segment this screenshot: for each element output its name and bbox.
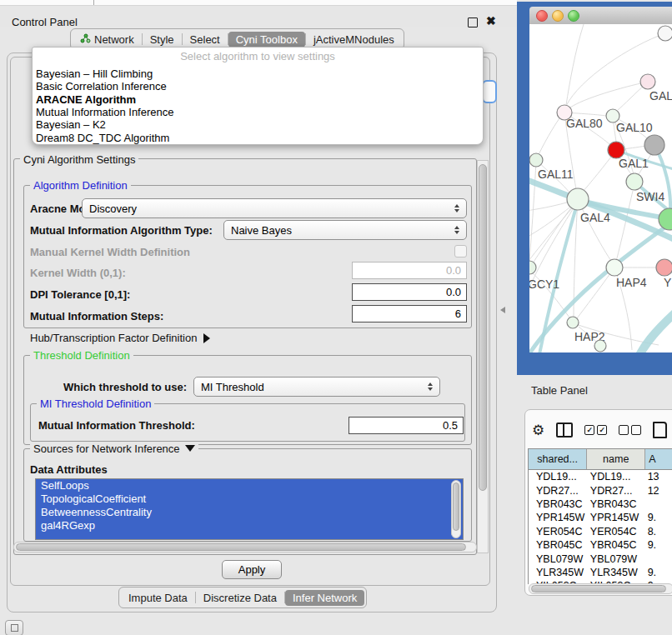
float-panel-icon[interactable] xyxy=(468,18,478,28)
tab-style[interactable]: Style xyxy=(143,32,182,48)
table-cell[interactable]: YLR345W xyxy=(529,566,587,579)
table-row[interactable]: YER054CYER054C8. xyxy=(529,525,672,538)
spinner-icon[interactable] xyxy=(428,382,433,391)
table-cell[interactable]: 13 xyxy=(645,470,672,484)
table-row[interactable]: YLR345WYLR345W9. xyxy=(529,566,672,579)
data-attribute-item[interactable]: SelfLoops xyxy=(36,479,463,492)
select-all-checkboxes-icon[interactable]: ✓✓ xyxy=(584,425,607,435)
network-node-gal[interactable] xyxy=(640,74,655,89)
network-node[interactable] xyxy=(658,26,672,41)
table-row[interactable]: YDR27...YDR27...12 xyxy=(529,483,672,497)
spinner-icon[interactable] xyxy=(454,226,459,234)
network-node-hap2[interactable] xyxy=(567,317,579,328)
table-cell[interactable]: YBR043C xyxy=(587,498,645,511)
window-minimize-button[interactable] xyxy=(552,10,564,22)
mi-steps-input[interactable] xyxy=(352,305,467,322)
table-cell[interactable]: YDL19... xyxy=(529,470,587,484)
network-node-swi4[interactable] xyxy=(626,173,643,190)
which-threshold-select[interactable]: MI Threshold xyxy=(193,377,440,397)
spinner-icon[interactable] xyxy=(454,204,459,212)
network-node[interactable] xyxy=(594,340,606,352)
table-cell[interactable]: YDL19... xyxy=(587,470,645,484)
window-zoom-button[interactable] xyxy=(568,10,579,22)
table-row[interactable]: YBR045CYBR045C9. xyxy=(529,538,672,552)
network-view-canvas[interactable]: GALGAL80GAL10GAL1GAL11SWI4GAL4GCY1HAP4YH… xyxy=(529,24,672,352)
tab-jactivemnodules[interactable]: jActiveMNodules xyxy=(306,32,402,48)
algorithm-option[interactable]: Basic Correlation Inference xyxy=(36,80,167,92)
table-cell[interactable] xyxy=(645,498,672,511)
focused-button-fragment[interactable] xyxy=(482,80,497,103)
file-icon[interactable] xyxy=(653,422,667,438)
table-cell[interactable]: YPR145W xyxy=(587,511,645,524)
dpi-tolerance-input[interactable] xyxy=(352,283,467,301)
table-cell[interactable]: 9. xyxy=(645,538,672,552)
collapse-arrow-icon[interactable] xyxy=(185,445,195,452)
table-cell[interactable]: YER054C xyxy=(529,525,587,538)
splitter-collapse-arrow[interactable] xyxy=(500,307,505,313)
hub-definition-toggle[interactable]: Hub/Transcription Factor Definition xyxy=(30,332,210,344)
table-cell[interactable]: YLR345W xyxy=(587,566,645,579)
sources-title[interactable]: Sources for Network Inference xyxy=(30,442,198,455)
gear-icon[interactable]: ⚙ xyxy=(532,423,544,438)
expand-arrow-icon[interactable] xyxy=(203,333,210,343)
algorithm-option[interactable]: Bayesian – Hill Climbing xyxy=(36,68,153,80)
table-cell[interactable]: 12 xyxy=(645,483,672,497)
table-cell[interactable]: YBL079W xyxy=(587,552,645,565)
table-cell[interactable]: 8. xyxy=(645,525,672,538)
network-node-y[interactable] xyxy=(656,259,672,276)
table-cell[interactable]: YER054C xyxy=(587,525,645,538)
data-attribute-item[interactable]: TopologicalCoefficient xyxy=(36,492,463,506)
apply-button[interactable]: Apply xyxy=(222,560,282,579)
scrollbar-thumb[interactable] xyxy=(479,164,487,491)
network-node[interactable] xyxy=(644,135,664,155)
table-cell[interactable]: YPR145W xyxy=(529,511,587,524)
tab-cyni-toolbox[interactable]: Cyni Toolbox xyxy=(228,32,305,48)
column-header[interactable]: name xyxy=(587,449,645,470)
algorithm-option[interactable]: Bayesian – K2 xyxy=(36,118,106,131)
tab-infer-network[interactable]: Infer Network xyxy=(285,590,364,606)
data-attribute-item[interactable]: BetweennessCentrality xyxy=(36,506,463,519)
data-attribute-item[interactable]: gal4RGexp xyxy=(36,519,463,532)
deselect-all-checkboxes-icon[interactable] xyxy=(619,425,641,435)
kernel-width-input[interactable] xyxy=(352,262,467,279)
network-node-gal11[interactable] xyxy=(529,153,543,167)
table-row[interactable]: YBL079WYBL079W xyxy=(529,552,672,565)
table-cell[interactable]: 9. xyxy=(645,511,672,524)
column-header[interactable]: A xyxy=(645,449,672,470)
table-cell[interactable] xyxy=(645,552,672,565)
network-node[interactable] xyxy=(659,208,672,230)
table-row[interactable]: YDL19...YDL19...13 xyxy=(529,470,672,484)
network-window-titlebar[interactable] xyxy=(529,7,672,25)
table-cell[interactable]: YBR045C xyxy=(587,538,645,552)
network-node-gal4[interactable] xyxy=(567,188,589,210)
column-layout-icon[interactable] xyxy=(556,422,573,438)
settings-vertical-scrollbar[interactable] xyxy=(477,160,489,553)
manual-kernel-width-checkbox[interactable] xyxy=(454,245,467,258)
close-panel-icon[interactable]: ✖ xyxy=(486,14,496,28)
algorithm-option[interactable]: Mutual Information Inference xyxy=(36,106,173,118)
scrollbar-thumb[interactable] xyxy=(16,543,466,551)
aracne-mode-select[interactable]: Discovery xyxy=(82,198,467,218)
table-cell[interactable]: YDR27... xyxy=(587,483,645,497)
network-node-gal1[interactable] xyxy=(608,142,624,158)
scrollbar-thumb[interactable] xyxy=(453,482,459,531)
table-cell[interactable]: 9. xyxy=(645,566,672,579)
table-row[interactable]: YBR043CYBR043C xyxy=(529,498,672,511)
table-cell[interactable]: YBL079W xyxy=(529,552,587,565)
attributes-list-scrollbar[interactable] xyxy=(451,480,461,538)
tab-impute-data[interactable]: Impute Data xyxy=(121,590,195,606)
mi-type-select[interactable]: Naive Bayes xyxy=(223,220,467,240)
tab-discretize-data[interactable]: Discretize Data xyxy=(196,590,284,606)
tab-network[interactable]: Network xyxy=(73,32,142,48)
network-node-gcy1[interactable] xyxy=(529,261,536,274)
tab-select[interactable]: Select xyxy=(183,32,228,48)
table-cell[interactable]: YBR045C xyxy=(529,538,587,552)
network-node-hap4[interactable] xyxy=(606,259,623,276)
column-header[interactable]: shared... xyxy=(529,449,587,470)
settings-horizontal-scrollbar[interactable] xyxy=(13,542,477,552)
window-close-button[interactable] xyxy=(536,10,548,22)
table-cell[interactable]: YDR27... xyxy=(529,483,587,497)
scrollbar-thumb[interactable] xyxy=(531,585,666,592)
algorithm-option[interactable]: ARACNE Algorithm xyxy=(36,93,136,106)
table-horizontal-scrollbar[interactable] xyxy=(529,583,672,594)
